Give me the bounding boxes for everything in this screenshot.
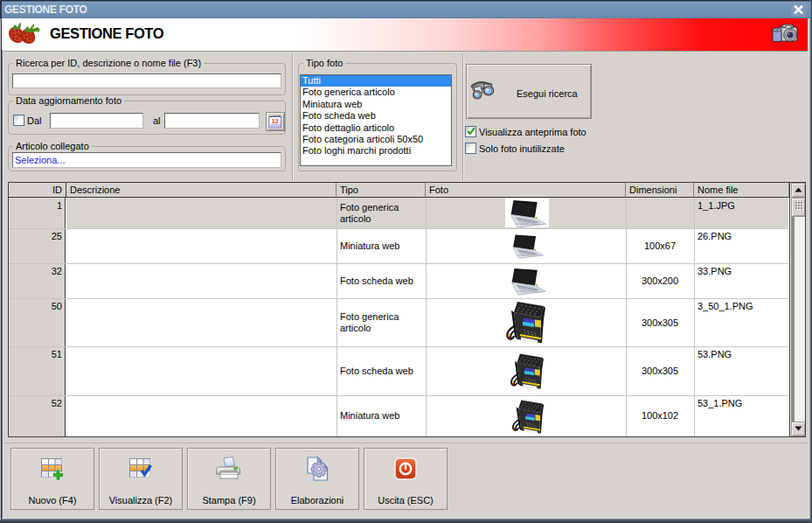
- svg-text:12: 12: [271, 117, 278, 125]
